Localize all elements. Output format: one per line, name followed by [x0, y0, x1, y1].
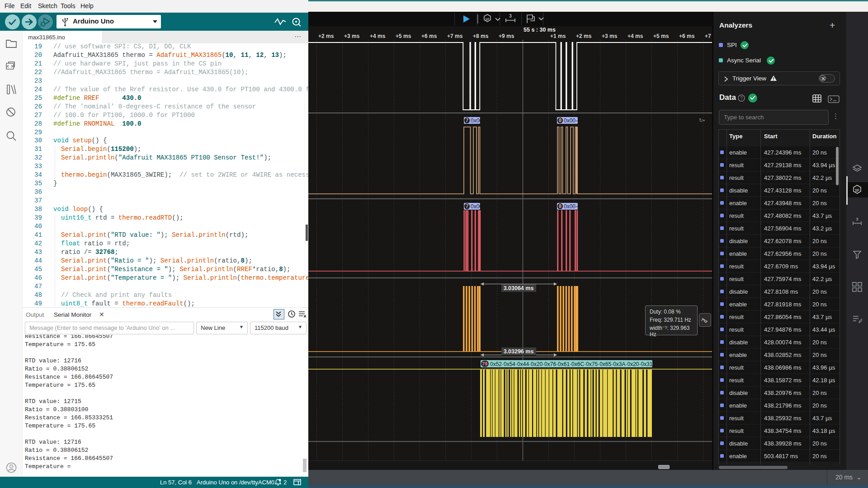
svg-text:↻▪: ↻▪: [699, 117, 705, 123]
svg-text:8: 8: [559, 203, 561, 209]
svg-text:0x52·0x54·0x44·0x20·0x76·0x61·: 0x52·0x54·0x44·0x20·0x76·0x61·0x6C·0x75·…: [490, 361, 660, 367]
svg-text:7: 7: [466, 117, 468, 123]
svg-text:8: 8: [559, 117, 561, 123]
svg-text:+6 ms: +6 ms: [421, 33, 437, 39]
svg-text:+4 ms: +4 ms: [370, 33, 386, 39]
svg-text:+3 ms: +3 ms: [602, 33, 618, 39]
svg-text:+5 ms: +5 ms: [653, 33, 669, 39]
svg-text:+2 ms: +2 ms: [318, 33, 334, 39]
svg-text:?: ?: [740, 96, 743, 101]
svg-text:+7 m: +7 m: [705, 33, 712, 39]
svg-text:+9 ms: +9 ms: [499, 33, 514, 39]
svg-text:+2 ms: +2 ms: [576, 33, 592, 39]
svg-text:3: 3: [856, 217, 858, 221]
svg-text:3.03296 ms: 3.03296 ms: [504, 348, 534, 355]
svg-text:3.03064 ms: 3.03064 ms: [504, 285, 534, 291]
svg-text:55 s : 30 ms: 55 s : 30 ms: [524, 27, 556, 33]
svg-text:+6 ms: +6 ms: [679, 33, 695, 39]
svg-text:+5 ms: +5 ms: [396, 33, 411, 39]
svg-text:+1 ms: +1 ms: [550, 33, 566, 39]
svg-text:7: 7: [466, 203, 468, 209]
svg-text:3: 3: [509, 14, 512, 19]
svg-text:+8 ms: +8 ms: [473, 33, 489, 39]
svg-text:1F: 1F: [855, 188, 859, 192]
svg-text:+3 ms: +3 ms: [344, 33, 360, 39]
svg-text:79: 79: [482, 361, 487, 366]
svg-text:+7 ms: +7 ms: [447, 33, 463, 39]
svg-text:1F: 1F: [485, 17, 489, 21]
svg-text:+4 ms: +4 ms: [627, 33, 643, 39]
